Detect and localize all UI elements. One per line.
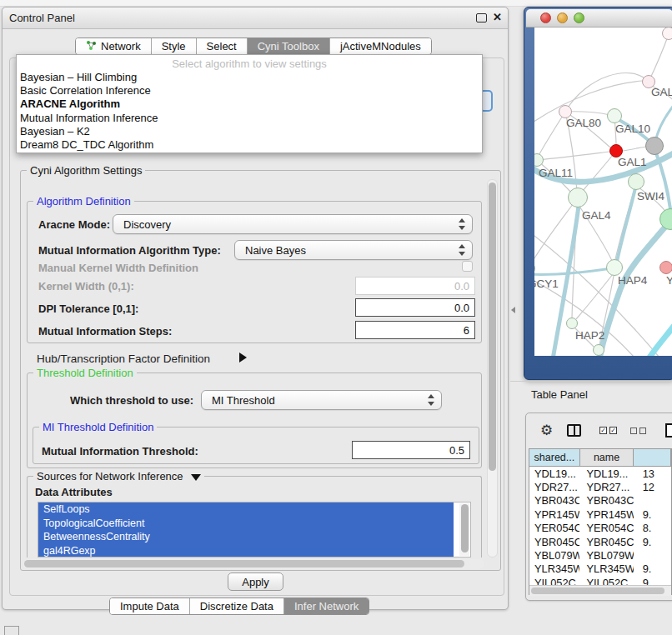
top-strip bbox=[0, 0, 672, 7]
algorithm-option[interactable]: Dream8 DC_TDC Algorithm bbox=[20, 138, 153, 151]
threshold-definition-title: Threshold Definition bbox=[33, 367, 137, 379]
unchecked-box-icon[interactable] bbox=[639, 428, 646, 434]
mi-type-combo[interactable]: Naive Bayes bbox=[234, 240, 473, 260]
table-row[interactable]: YBR043CYBR043C bbox=[529, 494, 671, 508]
combo-arrows-icon bbox=[459, 244, 465, 256]
dpi-tolerance-field[interactable]: 0.0 bbox=[355, 298, 475, 317]
settings-vscroll-thumb[interactable] bbox=[489, 182, 496, 471]
table-cell: 9. bbox=[634, 536, 671, 548]
data-attributes-list[interactable]: SelfLoopsTopologicalCoefficientBetweenne… bbox=[38, 502, 471, 558]
hub-definition-label[interactable]: Hub/Transcription Factor Definition bbox=[37, 352, 210, 365]
checked-box-icon[interactable]: ✓ bbox=[609, 427, 617, 434]
float-icon[interactable] bbox=[476, 13, 487, 22]
data-attribute-item[interactable]: TopologicalCoefficient bbox=[38, 517, 454, 531]
combo-arrows-icon bbox=[428, 394, 434, 406]
settings-horizontal-scrollbar[interactable] bbox=[23, 559, 484, 569]
apply-button[interactable]: Apply bbox=[228, 572, 283, 591]
network-node[interactable] bbox=[593, 344, 604, 356]
tab-select[interactable]: Select bbox=[197, 38, 248, 54]
mi-steps-field[interactable]: 6 bbox=[355, 321, 475, 339]
tab-jactivemnodules[interactable]: jActiveMNodules bbox=[330, 38, 431, 54]
close-traffic-light[interactable] bbox=[540, 12, 551, 23]
settings-vertical-scrollbar[interactable] bbox=[487, 179, 498, 558]
collapsed-panel-icon[interactable] bbox=[4, 626, 19, 635]
panel-divider-collapse-icon[interactable] bbox=[511, 307, 515, 313]
network-node-label: GCY1 bbox=[534, 278, 559, 290]
network-node-gal10[interactable] bbox=[607, 108, 622, 123]
attributes-scrollbar[interactable] bbox=[459, 503, 469, 556]
network-node-hap2[interactable] bbox=[566, 318, 578, 329]
table-row[interactable]: YBL079WYBL079W bbox=[529, 548, 671, 562]
table-row[interactable]: YER054CYER054C8. bbox=[529, 522, 671, 535]
control-panel-title: Control Panel bbox=[9, 12, 75, 24]
columns-icon[interactable] bbox=[567, 424, 581, 437]
cyni-settings-group-title: Cyni Algorithm Settings bbox=[27, 164, 145, 177]
checked-box-icon[interactable]: ✓ bbox=[599, 427, 607, 434]
attributes-scroll-thumb[interactable] bbox=[461, 504, 469, 552]
table-row[interactable]: YLR345WYLR345W9. bbox=[529, 562, 671, 576]
table-row[interactable]: YDR27...YDR27...12 bbox=[529, 480, 671, 493]
which-threshold-combo[interactable]: MI Threshold bbox=[201, 390, 442, 410]
table-cell: YDR27... bbox=[579, 481, 633, 493]
network-node-label: GAL11 bbox=[539, 167, 573, 179]
algorithm-option[interactable]: Bayesian – K2 bbox=[20, 125, 90, 138]
table-hscroll-thumb[interactable] bbox=[531, 588, 664, 594]
table-cell: 9. bbox=[634, 562, 671, 575]
network-node-swi4[interactable] bbox=[628, 173, 644, 190]
table-cell: YER054C bbox=[529, 522, 579, 534]
node-table[interactable]: shared...name YDL19...YDL19...13YDR27...… bbox=[529, 448, 672, 595]
tab-style[interactable]: Style bbox=[152, 38, 197, 54]
table-row[interactable]: YDL19...YDL19...13 bbox=[529, 467, 671, 480]
data-attribute-item[interactable]: BetweennessCentrality bbox=[38, 530, 454, 544]
data-attribute-item[interactable]: gal4RGexp bbox=[38, 544, 454, 558]
manual-kernel-checkbox[interactable] bbox=[462, 261, 473, 272]
unchecked-box-icon[interactable] bbox=[630, 428, 637, 434]
tab-impute-data[interactable]: Impute Data bbox=[110, 598, 190, 614]
table-cell: YDL19... bbox=[579, 468, 633, 480]
tab-discretize-data[interactable]: Discretize Data bbox=[190, 598, 284, 614]
zoom-traffic-light[interactable] bbox=[574, 12, 584, 23]
tab-infer-network[interactable]: Infer Network bbox=[284, 598, 369, 614]
table-cell: YPR145W bbox=[529, 508, 579, 521]
table-row[interactable]: YBR045CYBR045C9. bbox=[529, 535, 671, 548]
sources-collapse-icon[interactable] bbox=[191, 474, 201, 481]
network-node[interactable] bbox=[662, 28, 672, 40]
data-attributes-items: SelfLoopsTopologicalCoefficientBetweenne… bbox=[38, 502, 470, 558]
network-node-label: GAL bbox=[651, 86, 672, 98]
tab-cyni-toolbox[interactable]: Cyni Toolbox bbox=[248, 38, 330, 54]
bottom-tab-strip: Impute DataDiscretize DataInfer Network bbox=[109, 598, 369, 615]
algorithm-option[interactable]: Mutual Information Inference bbox=[20, 112, 158, 124]
gear-icon[interactable]: ⚙ bbox=[540, 422, 553, 439]
network-node[interactable] bbox=[645, 137, 664, 155]
network-node-gal4[interactable] bbox=[568, 188, 588, 208]
document-icon[interactable] bbox=[665, 423, 672, 438]
network-node-hap4[interactable] bbox=[606, 259, 623, 276]
data-attribute-item[interactable]: SelfLoops bbox=[38, 502, 454, 517]
algorithm-option[interactable]: Bayesian – Hill Climbing bbox=[20, 71, 137, 83]
table-column-header[interactable] bbox=[634, 449, 671, 466]
aracne-mode-combo[interactable]: Discovery bbox=[113, 214, 473, 234]
page: Control Panel ✕ NetworkStyleSelectCyni T… bbox=[0, 0, 672, 635]
algorithm-option[interactable]: ARACNE Algorithm bbox=[20, 98, 120, 110]
table-panel-separator bbox=[510, 381, 672, 382]
kernel-width-field[interactable]: 0.0 bbox=[355, 277, 475, 295]
tab-network[interactable]: Network bbox=[76, 38, 152, 54]
minimize-traffic-light[interactable] bbox=[557, 12, 568, 23]
table-column-header[interactable]: name bbox=[580, 449, 634, 466]
network-node-y[interactable] bbox=[659, 261, 672, 274]
highlighted-edge bbox=[649, 321, 672, 356]
hub-expand-icon[interactable] bbox=[239, 352, 247, 362]
table-horizontal-scrollbar[interactable] bbox=[529, 585, 671, 596]
table-row[interactable]: YPR145WYPR145W9. bbox=[529, 508, 671, 521]
aracne-mode-label: Aracne Mode: bbox=[38, 218, 110, 231]
settings-hscroll-thumb[interactable] bbox=[24, 560, 464, 568]
tab-label: Cyni Toolbox bbox=[258, 40, 319, 52]
tab-label: Network bbox=[101, 40, 141, 52]
mi-threshold-field[interactable]: 0.5 bbox=[352, 441, 470, 459]
close-icon[interactable]: ✕ bbox=[493, 11, 502, 23]
table-column-header[interactable]: shared... bbox=[529, 449, 580, 466]
algorithm-option[interactable]: Basic Correlation Inference bbox=[20, 84, 151, 97]
network-canvas[interactable]: GALGAL80GAL10GAL1GAL11GAL4SWI4GCY1HAP4YH… bbox=[534, 28, 672, 356]
tab-label: Discretize Data bbox=[200, 600, 273, 612]
table-cell: YPR145W bbox=[579, 508, 633, 521]
